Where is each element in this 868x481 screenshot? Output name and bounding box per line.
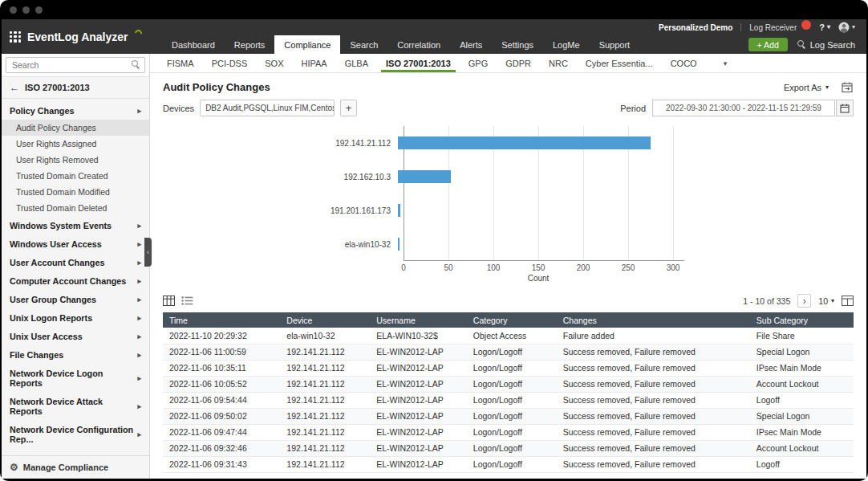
- tab-fisma[interactable]: FISMA: [158, 54, 203, 72]
- nav-item-logme[interactable]: LogMe: [543, 35, 590, 54]
- add-button[interactable]: + Add: [748, 38, 788, 51]
- chevron-right-icon: ▸: [137, 351, 141, 359]
- table-cell: Logon/Logoff: [467, 424, 557, 440]
- nav-item-dashboard[interactable]: Dashboard: [162, 35, 225, 54]
- app-logo[interactable]: EventLog Analyzer: [2, 19, 162, 54]
- list-view-button[interactable]: [181, 296, 193, 306]
- tab-gdpr[interactable]: GDPR: [497, 54, 540, 72]
- sidebar-collapse-handle[interactable]: ‹: [144, 238, 152, 267]
- sidebar-group-label: Windows User Access: [10, 239, 102, 249]
- tab-cyber-essentia[interactable]: Cyber Essentia...: [577, 54, 662, 72]
- nav-item-support[interactable]: Support: [590, 35, 640, 54]
- sidebar-group-network-device-logon-reports[interactable]: Network Device Logon Reports▸: [2, 364, 149, 392]
- sidebar-group-windows-system-events[interactable]: Windows System Events▸: [2, 216, 149, 234]
- tab-sox[interactable]: SOX: [256, 54, 292, 72]
- column-header-time[interactable]: Time: [163, 312, 280, 328]
- table-toolbar: 1 - 10 of 335 › 10 ▾: [163, 294, 854, 308]
- table-row[interactable]: 2022-11-06 09:32:46192.141.21.112EL-WIN2…: [163, 440, 854, 456]
- chart-bar[interactable]: [398, 238, 400, 251]
- sidebar-group-label: File Changes: [10, 350, 63, 360]
- sidebar-item-trusted-domain-modified[interactable]: Trusted Domain Modified: [2, 184, 149, 200]
- add-device-button[interactable]: +: [340, 100, 357, 116]
- nav-item-correlation[interactable]: Correlation: [387, 35, 450, 54]
- sidebar-group-network-device-configuration-rep[interactable]: Network Device Configuration Rep...▸: [2, 420, 149, 448]
- column-settings-button[interactable]: [842, 296, 854, 306]
- nav-item-alerts[interactable]: Alerts: [450, 35, 492, 54]
- schedule-report-button[interactable]: [842, 82, 854, 93]
- table-row[interactable]: 2022-11-06 10:35:11192.141.21.112EL-WIN2…: [163, 360, 854, 376]
- period-range-input[interactable]: 2022-09-30 21:30:00 - 2022-11-15 21:29:5…: [652, 100, 835, 116]
- help-menu[interactable]: ? ▾: [819, 22, 830, 32]
- table-cell: Account Lockout: [750, 376, 854, 392]
- window-zoom-button[interactable]: [35, 6, 43, 14]
- user-menu[interactable]: ▾: [838, 22, 855, 33]
- column-header-device[interactable]: Device: [280, 312, 370, 328]
- table-row[interactable]: 2022-11-06 10:05:52192.141.21.112EL-WIN2…: [163, 376, 854, 392]
- window-close-button[interactable]: [10, 6, 17, 14]
- export-as-button[interactable]: Export As ▾: [784, 83, 829, 92]
- sidebar-search: [2, 54, 149, 77]
- tab-iso-27001-2013[interactable]: ISO 27001:2013: [377, 54, 460, 72]
- tab-pci-dss[interactable]: PCI-DSS: [203, 54, 257, 72]
- sidebar-item-user-rights-removed[interactable]: User Rights Removed: [2, 152, 149, 168]
- chart-bar[interactable]: [398, 137, 651, 149]
- app-window: EventLog Analyzer Personalized Demo Log …: [0, 0, 868, 481]
- user-avatar-icon: [838, 22, 850, 33]
- nav-item-search[interactable]: Search: [340, 35, 387, 54]
- main-nav: DashboardReportsComplianceSearchCorrelat…: [162, 35, 639, 54]
- tab-glba[interactable]: GLBA: [336, 54, 377, 72]
- tab-gpg[interactable]: GPG: [460, 54, 497, 72]
- table-row[interactable]: 2022-11-06 09:50:02192.141.21.112EL-WIN2…: [163, 408, 854, 424]
- manage-compliance-button[interactable]: ⚙ Manage Compliance: [2, 455, 149, 479]
- tabs-overflow-button[interactable]: ▾: [719, 57, 732, 70]
- personalized-demo-link[interactable]: Personalized Demo: [659, 23, 732, 32]
- sidebar-group-file-changes[interactable]: File Changes▸: [2, 345, 149, 364]
- sidebar-group-network-device-attack-reports[interactable]: Network Device Attack Reports▸: [2, 392, 149, 420]
- column-header-username[interactable]: Username: [370, 312, 467, 328]
- log-search-button[interactable]: Log Search: [797, 40, 855, 50]
- chart-category-label: 192.162.10.3: [283, 173, 397, 181]
- tab-nrc[interactable]: NRC: [540, 54, 577, 72]
- sidebar-item-user-rights-assigned[interactable]: User Rights Assigned: [2, 136, 149, 152]
- sidebar-group-user-account-changes[interactable]: User Account Changes▸: [2, 253, 149, 271]
- grid-view-button[interactable]: [163, 296, 175, 306]
- sidebar-group-windows-user-access[interactable]: Windows User Access▸: [2, 234, 149, 253]
- table-row[interactable]: 2022-11-06 09:54:44192.141.21.112EL-WIN2…: [163, 392, 854, 408]
- nav-item-reports[interactable]: Reports: [225, 35, 275, 54]
- sidebar-group-unix-logon-reports[interactable]: Unix Logon Reports▸: [2, 308, 149, 327]
- sidebar-group-computer-account-changes[interactable]: Computer Account Changes▸: [2, 271, 149, 290]
- back-navigation[interactable]: ← ISO 27001:2013: [2, 77, 149, 99]
- sidebar-group-user-group-changes[interactable]: User Group Changes▸: [2, 290, 149, 308]
- sidebar-item-trusted-domain-deleted[interactable]: Trusted Domain Deleted: [2, 200, 149, 216]
- nav-item-settings[interactable]: Settings: [492, 35, 543, 54]
- table-row[interactable]: 2022-11-06 11:00:59192.141.21.112EL-WIN2…: [163, 344, 854, 360]
- table-row[interactable]: 2022-11-06 09:31:43192.141.21.112EL-WIN2…: [163, 456, 854, 472]
- window-minimize-button[interactable]: [22, 6, 30, 14]
- chevron-right-icon: ▸: [137, 430, 141, 438]
- sidebar-group-policy-changes[interactable]: Policy Changes▸: [2, 101, 149, 120]
- nav-item-compliance[interactable]: Compliance: [274, 35, 340, 54]
- devices-select[interactable]: DB2 Audit,PGSQL,Linux FIM,Centos,S...: [200, 100, 335, 116]
- chevron-right-icon: ▸: [137, 259, 141, 267]
- notification-badge[interactable]: [801, 20, 811, 30]
- chart-axis-tick-label: 300: [667, 263, 680, 272]
- sidebar-item-trusted-domain-created[interactable]: Trusted Domain Created: [2, 168, 149, 184]
- page-size-select[interactable]: 10 ▾: [818, 296, 834, 306]
- next-page-button[interactable]: ›: [797, 294, 811, 308]
- log-receiver-link[interactable]: Log Receiver: [749, 23, 797, 32]
- chart-bar[interactable]: [398, 204, 400, 217]
- column-header-sub-category[interactable]: Sub Category: [750, 312, 854, 328]
- table-cell: 2022-11-06 09:54:44: [163, 392, 280, 408]
- table-row[interactable]: 2022-11-10 20:29:32ela-win10-32ELA-WIN10…: [163, 328, 854, 344]
- sidebar-search-input[interactable]: [6, 57, 145, 73]
- calendar-button[interactable]: [836, 100, 854, 116]
- chart-bar[interactable]: [398, 170, 451, 183]
- column-header-category[interactable]: Category: [467, 312, 557, 328]
- sidebar-item-audit-policy-changes[interactable]: Audit Policy Changes: [2, 120, 149, 136]
- chart-row: ela-win10-32: [283, 227, 692, 261]
- tab-coco[interactable]: COCO: [662, 54, 706, 72]
- tab-hipaa[interactable]: HIPAA: [292, 54, 335, 72]
- column-header-changes[interactable]: Changes: [557, 312, 750, 328]
- table-row[interactable]: 2022-11-06 09:47:44192.141.21.112EL-WIN2…: [163, 424, 854, 440]
- sidebar-group-unix-user-access[interactable]: Unix User Access▸: [2, 327, 149, 345]
